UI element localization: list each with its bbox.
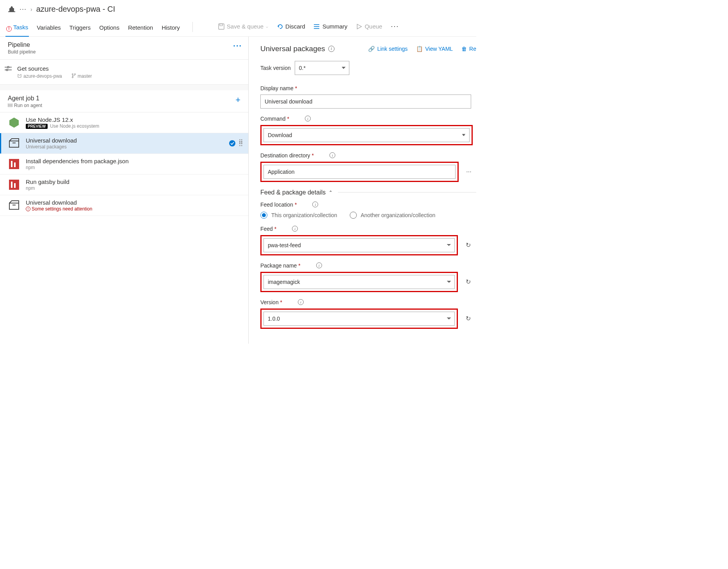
sources-icon: [5, 66, 12, 71]
info-icon[interactable]: i: [312, 202, 318, 207]
task-title: Universal download: [26, 137, 77, 144]
tab-variables[interactable]: Variables: [37, 22, 61, 36]
link-settings[interactable]: 🔗Link settings: [368, 46, 408, 52]
task-sub: npm: [26, 186, 69, 191]
pipeline-name: Pipeline: [8, 41, 36, 48]
task-sub: npm: [26, 165, 129, 170]
svg-point-9: [314, 26, 315, 27]
task-sub: Universal packages: [26, 144, 77, 150]
task-row[interactable]: Universal download Universal packages ⠿⠿: [0, 133, 248, 154]
task-row[interactable]: Universal download !Some settings need a…: [0, 195, 248, 216]
svg-rect-31: [14, 183, 16, 188]
more-actions[interactable]: ···: [391, 22, 399, 35]
info-icon[interactable]: i: [298, 299, 304, 305]
version-select[interactable]: 1.0.0: [263, 312, 455, 326]
refresh-button[interactable]: ↻: [463, 275, 473, 289]
feed-select[interactable]: pwa-test-feed: [263, 238, 455, 252]
task-title: Universal download: [26, 199, 92, 206]
svg-rect-24: [9, 141, 19, 147]
add-task-button[interactable]: +: [235, 95, 240, 105]
package-select[interactable]: imagemagick: [263, 275, 455, 289]
pipeline-more[interactable]: ···: [233, 41, 242, 50]
command-label: Command *: [260, 116, 289, 122]
svg-point-10: [314, 28, 315, 29]
radio-icon: [260, 212, 267, 219]
task-title: Use Node.JS 12.x: [26, 116, 99, 123]
pipeline-title[interactable]: azure-devops-pwa - CI: [36, 5, 115, 14]
server-icon: [8, 103, 12, 107]
remove-task[interactable]: 🗑Re: [461, 46, 476, 52]
agent-name: Agent job 1: [8, 95, 42, 102]
dest-dir-label: Destination directory *: [260, 152, 314, 159]
discard-button[interactable]: Discard: [277, 23, 305, 34]
svg-point-16: [7, 66, 9, 68]
info-icon[interactable]: i: [328, 46, 335, 52]
package-icon: [8, 199, 20, 212]
svg-rect-30: [11, 182, 12, 188]
grip-icon[interactable]: ⠿⠿: [239, 141, 244, 146]
svg-marker-11: [357, 24, 361, 29]
tab-history[interactable]: History: [162, 22, 180, 36]
svg-rect-22: [8, 105, 12, 107]
chevron-right-icon: ›: [30, 6, 32, 12]
warning-icon: !: [6, 26, 12, 32]
agent-sub: Run on agent: [8, 103, 42, 108]
task-details: Universal packages i 🔗Link settings 📋Vie…: [249, 37, 476, 344]
info-icon[interactable]: i: [316, 262, 322, 268]
display-name-input[interactable]: [260, 95, 471, 109]
radio-other-org[interactable]: Another organization/collection: [350, 212, 435, 219]
dest-dir-input[interactable]: [263, 165, 456, 179]
repo-icon: [17, 73, 22, 78]
chevron-up-icon: ⌃: [329, 190, 333, 195]
breadcrumb-ellipsis[interactable]: ···: [20, 5, 27, 13]
info-icon[interactable]: i: [292, 226, 298, 232]
task-version-select[interactable]: 0.*: [295, 61, 349, 75]
npm-icon: [8, 158, 20, 170]
view-yaml[interactable]: 📋View YAML: [416, 46, 453, 52]
pipeline-header[interactable]: Pipeline Build pipeline ···: [0, 37, 248, 60]
package-icon: [8, 137, 20, 150]
display-name-label: Display name *: [260, 85, 297, 91]
svg-point-17: [6, 69, 8, 71]
radio-icon: [350, 212, 357, 219]
branch-name: master: [71, 73, 92, 79]
tab-tasks[interactable]: !Tasks: [6, 21, 28, 36]
svg-rect-4: [220, 24, 222, 26]
task-row[interactable]: Run gatsby build npm: [0, 175, 248, 195]
queue-button[interactable]: Queue: [356, 23, 382, 34]
branch-icon: [71, 73, 76, 78]
browse-button[interactable]: ···: [463, 165, 474, 178]
agent-job[interactable]: Agent job 1 Run on agent +: [0, 90, 248, 112]
command-select[interactable]: Download: [263, 128, 470, 142]
clipboard-icon: 📋: [416, 46, 423, 52]
get-sources-title: Get sources: [17, 65, 92, 72]
package-label: Package name *: [260, 262, 301, 269]
feed-label: Feed *: [260, 226, 276, 232]
tab-options[interactable]: Options: [99, 22, 119, 36]
info-icon[interactable]: i: [329, 152, 335, 158]
tab-triggers[interactable]: Triggers: [69, 22, 91, 36]
get-sources[interactable]: Get sources azure-devops-pwa master: [0, 60, 248, 85]
version-label: Version *: [260, 299, 282, 305]
radio-this-org[interactable]: This organization/collection: [260, 212, 337, 219]
svg-marker-1: [10, 6, 13, 8]
refresh-button[interactable]: ↻: [463, 239, 473, 252]
task-row[interactable]: Use Node.JS 12.x PREVIEWUse Node.js ecos…: [0, 112, 248, 133]
trash-icon: 🗑: [461, 46, 467, 52]
refresh-button[interactable]: ↻: [463, 312, 473, 325]
summary-button[interactable]: Summary: [314, 23, 347, 34]
repo-name: azure-devops-pwa: [17, 73, 62, 79]
error-icon: !: [26, 207, 30, 211]
svg-rect-28: [14, 162, 16, 167]
save-queue-button[interactable]: Save & queue ⌵: [218, 23, 268, 34]
task-title: Install dependencies from package.json: [26, 158, 129, 164]
task-version-label: Task version: [260, 65, 291, 71]
tab-retention[interactable]: Retention: [128, 22, 153, 36]
preview-badge: PREVIEW: [26, 124, 48, 129]
task-row[interactable]: Install dependencies from package.json n…: [0, 154, 248, 175]
section-feed-details[interactable]: Feed & package details⌃: [260, 189, 476, 196]
node-icon: [8, 116, 20, 129]
chevron-down-icon: ⌵: [266, 24, 268, 29]
info-icon[interactable]: i: [305, 116, 311, 121]
details-title: Universal packages: [260, 45, 325, 53]
